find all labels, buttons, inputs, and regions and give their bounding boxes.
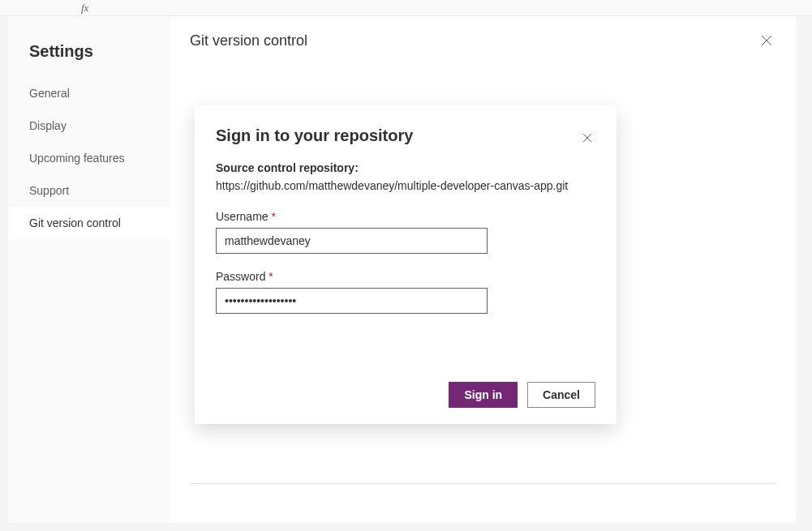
close-icon — [582, 133, 592, 143]
signin-modal: Sign in to your repository Source contro… — [195, 105, 617, 424]
password-label: Password * — [216, 270, 595, 283]
formula-bar-bg: fx — [0, 0, 812, 16]
password-input[interactable] — [216, 288, 488, 314]
sidebar-item-label: Git version control — [29, 216, 121, 229]
username-input[interactable] — [216, 228, 488, 254]
repo-label: Source control repository: — [216, 161, 595, 174]
sidebar-item-upcoming-features[interactable]: Upcoming features — [8, 142, 170, 174]
main-header: Git version control — [170, 16, 796, 65]
modal-footer: Sign in Cancel — [216, 382, 595, 408]
username-label: Username * — [216, 210, 595, 223]
main-footer-divider — [190, 483, 776, 484]
sidebar-item-label: Upcoming features — [29, 152, 125, 165]
cancel-button[interactable]: Cancel — [527, 382, 595, 408]
settings-sidebar: Settings General Display Upcoming featur… — [8, 16, 170, 523]
sidebar-item-git-version-control[interactable]: Git version control — [8, 207, 170, 239]
modal-close-button[interactable] — [579, 130, 595, 146]
password-label-text: Password — [216, 270, 265, 283]
fx-indicator: fx — [81, 2, 88, 15]
page-title: Git version control — [190, 32, 307, 49]
close-panel-button[interactable] — [757, 31, 776, 50]
sidebar-item-general[interactable]: General — [8, 77, 170, 109]
required-indicator: * — [269, 270, 273, 283]
sidebar-item-label: Support — [29, 184, 69, 197]
sidebar-item-label: Display — [29, 119, 67, 132]
repo-url: https://github.com/matthewdevaney/multip… — [216, 179, 595, 192]
sidebar-item-display[interactable]: Display — [8, 109, 170, 142]
username-label-text: Username — [216, 210, 269, 223]
sidebar-title: Settings — [8, 32, 170, 77]
modal-header: Sign in to your repository — [216, 126, 595, 161]
signin-button[interactable]: Sign in — [449, 382, 518, 408]
close-icon — [761, 35, 772, 46]
modal-title: Sign in to your repository — [216, 126, 413, 145]
required-indicator: * — [271, 210, 275, 223]
sidebar-item-support[interactable]: Support — [8, 174, 170, 207]
sidebar-item-label: General — [29, 87, 70, 100]
